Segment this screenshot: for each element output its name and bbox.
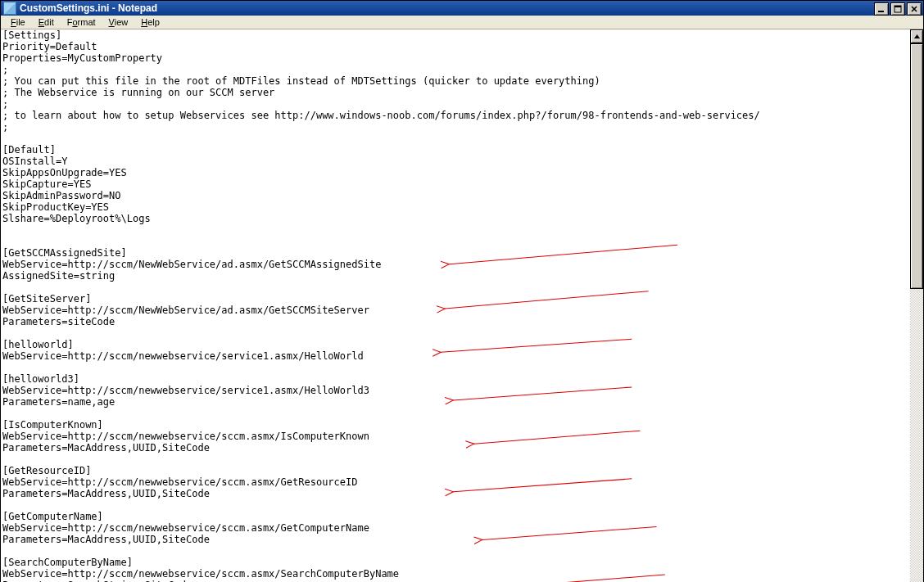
text-editor[interactable]: [Settings] Priority=Default Properties=M… — [1, 29, 909, 582]
menu-edit[interactable]: Edit — [32, 16, 61, 29]
notepad-icon — [3, 2, 16, 15]
client-area: [Settings] Priority=Default Properties=M… — [1, 29, 923, 582]
svg-rect-2 — [895, 6, 901, 7]
menu-bar: File Edit Format View Help — [1, 16, 923, 29]
window-controls — [874, 1, 923, 16]
maximize-button[interactable] — [890, 2, 905, 16]
minimize-button[interactable] — [874, 2, 889, 16]
menu-view[interactable]: View — [102, 16, 135, 29]
menu-file[interactable]: File — [4, 16, 32, 29]
scroll-track[interactable] — [910, 43, 923, 582]
chevron-up-icon — [913, 33, 921, 40]
svg-rect-0 — [878, 11, 884, 12]
scroll-thumb[interactable] — [910, 43, 923, 289]
title-bar[interactable]: CustomSettings.ini - Notepad — [1, 1, 923, 16]
maximize-icon — [894, 5, 902, 13]
scroll-up-button[interactable] — [910, 29, 923, 43]
menu-help[interactable]: Help — [134, 16, 166, 29]
vertical-scrollbar[interactable] — [909, 29, 923, 582]
close-button[interactable] — [907, 2, 922, 16]
window-title: CustomSettings.ini - Notepad — [20, 2, 157, 14]
close-icon — [910, 5, 918, 13]
notepad-window: CustomSettings.ini - Notepad File Edit F… — [0, 0, 924, 582]
menu-format[interactable]: Format — [61, 16, 102, 29]
minimize-icon — [877, 5, 886, 13]
